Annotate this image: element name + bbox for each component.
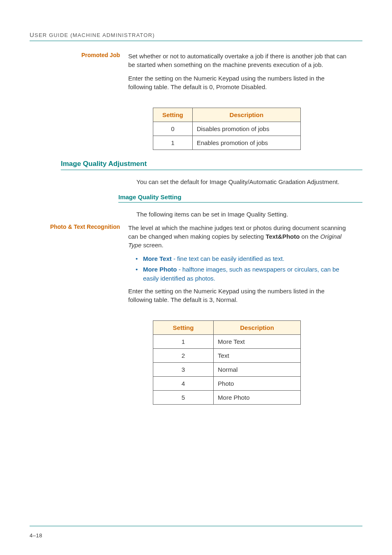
page-container: USER GUIDE (MACHINE ADMINISTRATOR) Promo…	[0, 0, 392, 555]
ptr-body: The level at which the machine judges te…	[128, 223, 350, 309]
table-cell-setting: 1	[153, 136, 193, 150]
table-row: 3 Normal	[153, 363, 301, 377]
header-rule	[30, 41, 362, 41]
table-cell-setting: 5	[153, 391, 214, 405]
table-cell-setting: 0	[153, 122, 193, 136]
bullet-rest: - fine text can be easily identified as …	[172, 255, 284, 262]
table-row: 1 Enables promotion of jobs	[153, 136, 301, 150]
promoted-job-table: Setting Description 0 Disables promotion…	[153, 108, 301, 150]
image-quality-adjustment-heading: Image Quality Adjustment	[61, 160, 362, 168]
ptr-p1-bold: Text&Photo	[265, 233, 300, 240]
table-cell-setting: 1	[153, 335, 214, 349]
promoted-job-paragraph-1: Set whether or not to automatically over…	[128, 52, 350, 69]
table-header-setting: Setting	[153, 321, 214, 335]
table-row: 4 Photo	[153, 377, 301, 391]
table-cell-desc: More Text	[214, 335, 301, 349]
subsection-rule	[118, 202, 362, 203]
ptr-p1-mid: on the	[300, 233, 320, 240]
ptr-paragraph-2: Enter the setting on the Numeric Keypad …	[128, 287, 350, 304]
promoted-job-paragraph-2: Enter the setting on the Numeric Keypad …	[128, 74, 350, 91]
promoted-job-row: Promoted Job Set whether or not to autom…	[30, 52, 362, 96]
table-row: 1 More Text	[153, 335, 301, 349]
section-rule	[61, 170, 362, 170]
iqs-paragraph-1: The following items can be set in Image …	[136, 210, 358, 219]
iqa-paragraph-1: You can set the default for Image Qualit…	[136, 177, 358, 186]
table-cell-setting: 4	[153, 377, 214, 391]
promoted-job-label: Promoted Job	[30, 52, 128, 58]
running-header-rest: SER GUIDE (MACHINE ADMINISTRATOR)	[35, 32, 155, 38]
bullet-bold: More Photo	[143, 266, 177, 273]
table-cell-desc: Normal	[214, 363, 301, 377]
iqa-body: You can set the default for Image Qualit…	[136, 177, 358, 186]
ptr-table: Setting Description 1 More Text 2 Text 3…	[153, 320, 301, 405]
table-cell-desc: Text	[214, 349, 301, 363]
bullet-bold: More Text	[143, 255, 172, 262]
table-header-setting: Setting	[153, 108, 193, 122]
table-cell-desc: Disables promotion of jobs	[192, 122, 300, 136]
page-number: 4–18	[30, 532, 42, 539]
photo-text-recognition-row: Photo & Text Recognition The level at wh…	[30, 223, 362, 309]
table-cell-desc: Enables promotion of jobs	[192, 136, 300, 150]
table-row: 2 Text	[153, 349, 301, 363]
table-header-description: Description	[192, 108, 300, 122]
list-item: More Photo - halftone images, such as ne…	[136, 265, 350, 283]
image-quality-setting-heading: Image Quality Setting	[118, 193, 362, 200]
ptr-bullet-list: More Text - fine text can be easily iden…	[128, 254, 350, 283]
running-header: USER GUIDE (MACHINE ADMINISTRATOR)	[30, 31, 362, 38]
running-header-initial: U	[30, 31, 35, 38]
table-row: 0 Disables promotion of jobs	[153, 122, 301, 136]
table-row: 5 More Photo	[153, 391, 301, 405]
footer-rule	[30, 526, 362, 526]
list-item: More Text - fine text can be easily iden…	[136, 254, 350, 263]
photo-text-recognition-label: Photo & Text Recognition	[30, 223, 128, 230]
promoted-job-body: Set whether or not to automatically over…	[128, 52, 350, 96]
table-cell-setting: 2	[153, 349, 214, 363]
table-cell-desc: Photo	[214, 377, 301, 391]
ptr-paragraph-1: The level at which the machine judges te…	[128, 223, 350, 249]
table-cell-setting: 3	[153, 363, 214, 377]
iqs-body: The following items can be set in Image …	[136, 210, 358, 219]
table-cell-desc: More Photo	[214, 391, 301, 405]
ptr-p1-suffix: screen.	[141, 242, 163, 249]
table-header-description: Description	[214, 321, 301, 335]
